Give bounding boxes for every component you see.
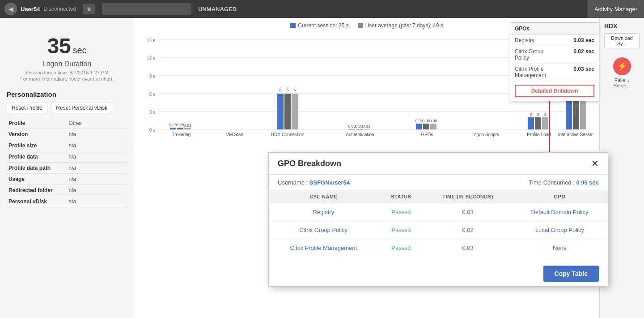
logon-duration-unit: sec — [72, 45, 86, 55]
activity-manager-button[interactable]: Activity Manager — [588, 0, 644, 18]
bar-label: 0.03 — [355, 124, 363, 129]
bar-gpo-gray1 — [423, 124, 429, 129]
gpo-modal-footer: Copy Table — [269, 261, 608, 286]
y-label-3s: 3 s — [149, 110, 155, 115]
gpo-modal-meta: Username : SSFGN\user54 Time Consumed : … — [269, 175, 608, 190]
gpo-time-value: 0.96 sec — [576, 179, 599, 186]
search-input[interactable] — [102, 3, 191, 15]
bar-group-name-logon-scripts: Logon Scripts — [471, 132, 499, 137]
table-row: Personal vDisk n/a — [7, 196, 127, 207]
field-key: Redirected folder — [7, 185, 67, 196]
gpo-tooltip-key-registry: Registry — [515, 37, 534, 43]
logon-duration-section: 35 sec Logon Duration Session logon time… — [7, 25, 127, 86]
table-row: Citrix Profile Management Passed 0.03 No… — [269, 239, 608, 257]
field-val: n/a — [67, 129, 127, 140]
top-bar: ◀ User54 Disconnected ▣ UNMANAGED Activi… — [0, 0, 644, 18]
field-val: n/a — [67, 174, 127, 185]
status-registry: Passed — [378, 203, 424, 221]
bar-label: 2 — [537, 112, 539, 116]
field-val: n/a — [67, 140, 127, 151]
bar-label: 0.96 — [415, 119, 423, 123]
y-label-15s: 15 s — [147, 38, 155, 43]
gpo-tooltip-row-registry: Registry 0.03 sec — [510, 35, 599, 46]
time-citrix-gp: 0.02 — [424, 221, 512, 239]
bar-group-name-auth: Authentication — [346, 132, 374, 137]
time-citrix-pm: 0.03 — [424, 239, 512, 257]
bar-hdx-gray2 — [292, 94, 298, 129]
bar-brokering-gray1 — [177, 128, 183, 129]
cse-name-registry: Registry — [269, 203, 378, 221]
table-row: Profile data n/a — [7, 151, 127, 163]
bar-auth-gray2 — [363, 129, 369, 129]
bar-label: 0.96 — [429, 119, 437, 123]
hdx-error-label: Faile... — [614, 77, 629, 83]
bar-group-name-gpos: GPOs — [421, 132, 433, 137]
field-val: n/a — [67, 163, 127, 174]
col-header-time: TIME (IN SECONDS) — [424, 190, 512, 203]
logon-duration-label: Logon Duration — [7, 60, 127, 68]
gpo-breakdown-table: CSE NAME STATUS TIME (IN SECONDS) GPO Re… — [269, 190, 608, 257]
gpo-citrix-gp: Local Group Policy — [512, 221, 608, 239]
gpo-tooltip-row-citrix-pm: Citrix ProfileManagement 0.03 sec — [510, 64, 599, 81]
legend-user-avg: User average (past 7 days): 49 s — [358, 22, 443, 29]
bar-label: 0.28 — [169, 123, 177, 127]
bar-gpo-blue — [416, 124, 422, 129]
bar-group-name-vmstart: VM Start — [226, 132, 244, 137]
gpo-modal-title: GPO Breakdown — [278, 159, 341, 168]
copy-table-button[interactable]: Copy Table — [543, 266, 599, 282]
bar-group-name-brokering: Brokering — [172, 132, 191, 137]
username: User54 — [21, 6, 40, 13]
hdx-error-section: ⚡ Faile... Serve... — [604, 57, 640, 88]
field-key: Version — [7, 129, 67, 140]
user-status: Disconnected — [43, 6, 76, 12]
field-val: n/a — [67, 196, 127, 207]
gpo-time-label: Time Consumed : — [529, 179, 575, 186]
field-key: Profile data path — [7, 163, 67, 174]
bar-profile-gray1 — [535, 117, 541, 129]
y-label-9s: 9 s — [149, 74, 155, 79]
bar-label: 0.28 — [176, 123, 184, 127]
bar-label: 6 — [279, 88, 281, 92]
reset-vdisk-button[interactable]: Reset Personal vDisk — [51, 103, 112, 113]
gpo-tooltip-header: GPOs — [510, 23, 599, 35]
field-key: Usage — [7, 174, 67, 185]
reset-profile-button[interactable]: Reset Profile — [7, 103, 47, 113]
field-val: n/a — [67, 151, 127, 163]
legend-gray-box — [358, 23, 363, 28]
bar-label: 6 — [286, 88, 288, 92]
bar-gpo-gray2 — [430, 124, 436, 129]
download-sync-button[interactable]: Download Sy... — [604, 33, 640, 48]
table-header-row: CSE NAME STATUS TIME (IN SECONDS) GPO — [269, 190, 608, 203]
gpo-modal-close-button[interactable]: ✕ — [591, 158, 599, 169]
logon-hint: For more information, hover over the cha… — [7, 76, 127, 82]
gpo-tooltip-title: GPOs — [515, 26, 530, 32]
gpo-citrix-pm: None — [512, 239, 608, 257]
table-row: Redirected folder n/a — [7, 185, 127, 196]
bar-hdx-blue — [277, 94, 284, 129]
bar-brokering-blue — [170, 128, 176, 129]
y-label-12s: 12 s — [147, 56, 155, 61]
cse-name-citrix-pm: Citrix Profile Management — [269, 239, 378, 257]
field-key: Profile — [7, 118, 67, 129]
col-header-gpo: GPO — [512, 190, 608, 203]
gpo-tooltip-key-citrix-gp: Citrix GroupPolicy — [515, 48, 543, 61]
bar-hdx-gray1 — [284, 94, 291, 129]
gpo-username-section: Username : SSFGN\user54 — [278, 179, 350, 186]
gpo-modal-header: GPO Breakdown ✕ — [269, 153, 608, 175]
table-row: Profile data path n/a — [7, 163, 127, 174]
managed-status-badge: UNMANAGED — [198, 6, 237, 13]
bar-label: 6 — [293, 88, 296, 92]
col-header-status: STATUS — [378, 190, 424, 203]
bar-label: 0.96 — [422, 119, 430, 123]
monitor-icon[interactable]: ▣ — [83, 4, 95, 14]
personalization-title: Personalization — [7, 90, 127, 98]
field-val: n/a — [67, 185, 127, 196]
bar-label: 0.03 — [362, 124, 370, 129]
y-label-6s: 6 s — [149, 92, 155, 97]
bar-group-name-hdx: HDX Connection — [271, 132, 304, 137]
col-header-cse-name: CSE NAME — [269, 190, 378, 203]
bar-label: 2 — [530, 112, 532, 116]
gpo-tooltip-val-registry: 0.03 sec — [573, 37, 594, 43]
detailed-drilldown-button[interactable]: Detailed Drilldown — [515, 85, 594, 97]
user-avatar-icon: ◀ — [4, 3, 17, 15]
